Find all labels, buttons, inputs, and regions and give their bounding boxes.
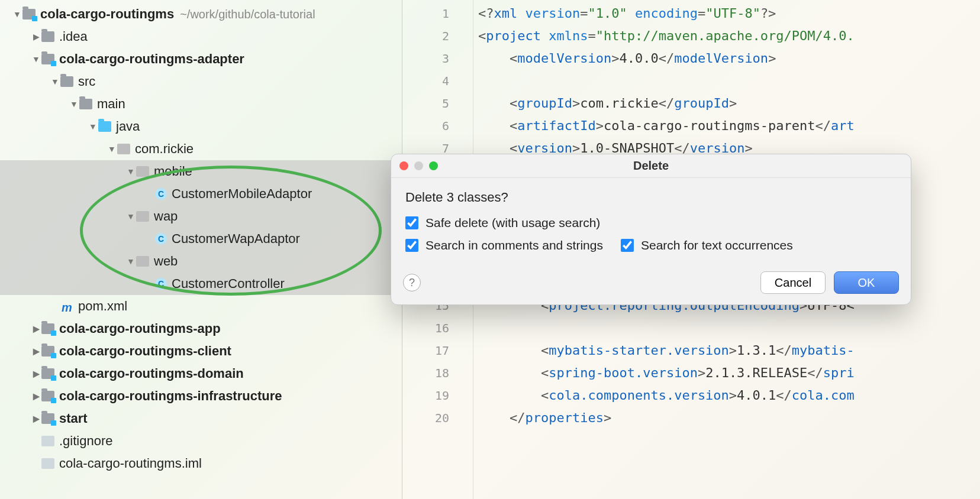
class-icon: C <box>155 188 167 200</box>
chevron-right-icon[interactable]: ▶ <box>31 369 41 378</box>
class-icon: C <box>155 233 167 245</box>
line-number: 4 <box>402 70 473 92</box>
chevron-right-icon[interactable]: ▶ <box>31 346 41 356</box>
line-number: 18 <box>402 362 473 384</box>
dialog-body: Delete 3 classes? Safe delete (with usag… <box>391 178 911 265</box>
tree-row[interactable]: CCustomerController <box>0 273 402 295</box>
module-icon <box>41 323 54 334</box>
tree-row[interactable]: CCustomerMobileAdaptor <box>0 183 402 205</box>
tree-label: com.rickie <box>135 141 194 157</box>
chevron-down-icon[interactable]: ▼ <box>12 9 22 19</box>
tree-row[interactable]: ▼cola-cargo-routingms-adapter <box>0 48 402 70</box>
tree-label: web <box>154 254 178 269</box>
tree-label: wap <box>154 209 178 224</box>
chevron-right-icon[interactable]: ▶ <box>31 32 41 41</box>
folder-icon <box>79 99 92 109</box>
search-comments-input[interactable] <box>405 239 418 252</box>
tree-row[interactable]: ▼java <box>0 115 402 138</box>
code-line[interactable]: </properties> <box>478 407 980 429</box>
tree-label: CustomerMobileAdaptor <box>172 186 312 202</box>
module-icon <box>41 346 54 357</box>
tree-row[interactable]: ▼web <box>0 250 402 273</box>
help-button[interactable]: ? <box>403 274 421 291</box>
tree-label: cola-cargo-routingms-domain <box>59 366 244 381</box>
code-line[interactable]: <?xml version="1.0" encoding="UTF-8"?> <box>478 2 980 25</box>
line-number: 20 <box>402 407 473 429</box>
tree-row[interactable]: ▼src <box>0 70 402 93</box>
zoom-icon[interactable] <box>429 161 438 170</box>
tree-label: cola-cargo-routingms-app <box>59 321 221 336</box>
tree-row[interactable]: ▶cola-cargo-routingms-infrastructure <box>0 385 402 407</box>
tree-label: pom.xml <box>78 299 127 314</box>
tree-label: start <box>59 411 88 426</box>
code-line[interactable] <box>478 70 980 92</box>
tree-label: .idea <box>59 29 88 44</box>
code-line[interactable] <box>478 317 980 339</box>
close-icon[interactable] <box>399 161 408 170</box>
chevron-down-icon[interactable]: ▼ <box>125 257 136 266</box>
package-icon <box>136 211 149 222</box>
class-icon: C <box>155 278 167 290</box>
code-line[interactable]: <groupId>com.rickie</groupId> <box>478 92 980 115</box>
line-number: 1 <box>402 2 473 25</box>
code-line[interactable]: <artifactId>cola-cargo-routingms-parent<… <box>478 115 980 137</box>
tree-row[interactable]: cola-cargo-routingms.iml <box>0 452 402 475</box>
tree-row[interactable]: CCustomerWapAdaptor <box>0 228 402 250</box>
tree-row[interactable]: .gitignore <box>0 430 402 452</box>
tree-label: CustomerController <box>172 276 285 291</box>
code-line[interactable]: <modelVersion>4.0.0</modelVersion> <box>478 47 980 70</box>
chevron-down-icon[interactable]: ▼ <box>107 144 117 154</box>
package-icon <box>136 166 149 177</box>
code-line[interactable]: <spring-boot.version>2.1.3.RELEASE</spri <box>478 362 980 384</box>
window-controls <box>399 161 438 170</box>
chevron-down-icon[interactable]: ▼ <box>31 54 41 64</box>
tree-row[interactable]: ▶cola-cargo-routingms-client <box>0 340 402 362</box>
code-line[interactable]: <project xmlns="http://maven.apache.org/… <box>478 25 980 47</box>
dialog-titlebar[interactable]: Delete <box>391 154 911 178</box>
chevron-right-icon[interactable]: ▶ <box>31 391 41 401</box>
search-comments-label: Search in comments and strings <box>425 238 603 252</box>
chevron-down-icon[interactable]: ▼ <box>50 77 60 86</box>
dialog-message: Delete 3 classes? <box>405 190 897 205</box>
minimize-icon <box>414 161 423 170</box>
tree-row[interactable]: mpom.xml <box>0 295 402 317</box>
ok-button[interactable]: OK <box>834 271 899 294</box>
safe-delete-input[interactable] <box>405 216 418 229</box>
search-comments-checkbox[interactable]: Search in comments and strings <box>405 238 603 252</box>
tree-row[interactable]: ▼wap <box>0 205 402 228</box>
chevron-down-icon[interactable]: ▼ <box>88 122 98 131</box>
tree-row[interactable]: ▼com.rickie <box>0 138 402 160</box>
chevron-down-icon[interactable]: ▼ <box>125 167 136 176</box>
tree-label: cola-cargo-routingms.iml <box>59 456 202 471</box>
tree-row[interactable]: ▶start <box>0 407 402 430</box>
search-text-input[interactable] <box>621 239 634 252</box>
line-number: 2 <box>402 25 473 47</box>
tree-row[interactable]: ▼cola-cargo-routingms~/work/github/cola-… <box>0 3 402 25</box>
chevron-right-icon[interactable]: ▶ <box>31 414 41 423</box>
project-path: ~/work/github/cola-tutorial <box>180 8 315 21</box>
delete-dialog: Delete Delete 3 classes? Safe delete (wi… <box>391 154 911 305</box>
cancel-button[interactable]: Cancel <box>760 271 826 294</box>
module-icon <box>41 54 54 64</box>
module-icon <box>41 413 54 424</box>
dialog-footer: ? Cancel OK <box>391 265 911 304</box>
tree-row[interactable]: ▶.idea <box>0 25 402 48</box>
project-tree[interactable]: ▼cola-cargo-routingms~/work/github/cola-… <box>0 0 402 499</box>
tree-label: cola-cargo-routingms-infrastructure <box>59 388 282 404</box>
chevron-down-icon[interactable]: ▼ <box>69 99 79 109</box>
folder-icon <box>60 76 73 87</box>
search-text-checkbox[interactable]: Search for text occurrences <box>621 238 793 252</box>
code-line[interactable]: <cola.components.version>4.0.1</cola.com <box>478 384 980 407</box>
safe-delete-checkbox[interactable]: Safe delete (with usage search) <box>405 216 600 230</box>
module-icon <box>22 9 36 20</box>
tree-label: main <box>97 96 125 112</box>
tree-row[interactable]: ▶cola-cargo-routingms-app <box>0 317 402 340</box>
tree-row[interactable]: ▼main <box>0 93 402 115</box>
tree-label: src <box>78 74 95 89</box>
maven-icon: m <box>60 301 73 312</box>
chevron-right-icon[interactable]: ▶ <box>31 324 41 333</box>
tree-row[interactable]: ▶cola-cargo-routingms-domain <box>0 362 402 385</box>
tree-row[interactable]: ▼mobile <box>0 160 402 183</box>
chevron-down-icon[interactable]: ▼ <box>125 212 136 221</box>
code-line[interactable]: <mybatis-starter.version>1.3.1</mybatis- <box>478 339 980 362</box>
